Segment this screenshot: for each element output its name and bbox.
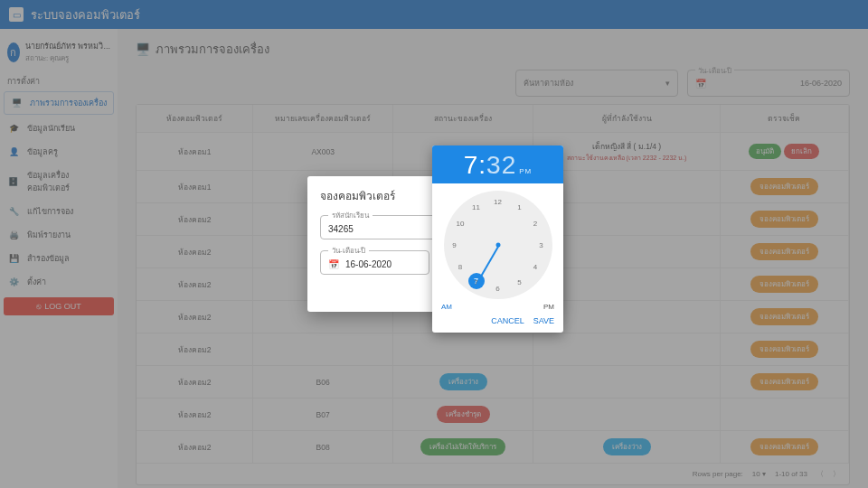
calendar-icon	[328, 259, 342, 269]
clock-number[interactable]: 12	[491, 194, 505, 209]
clock-number[interactable]: 9	[448, 238, 462, 252]
clock-number[interactable]: 1	[513, 200, 527, 214]
clock-number[interactable]: 8	[453, 259, 467, 274]
time-picker: 7:32PM 7 121234567891011 AM PM CANCEL SA…	[432, 145, 563, 333]
clock-number[interactable]: 11	[469, 200, 484, 214]
field-value: 34265	[328, 224, 354, 234]
am-button[interactable]: AM	[441, 303, 452, 311]
clock-number[interactable]: 3	[534, 238, 549, 252]
field-label: รหัสนักเรียน	[328, 210, 373, 221]
field-value: 16-06-2020	[345, 259, 392, 269]
picker-save-button[interactable]: SAVE	[533, 316, 554, 325]
time-picker-header: 7:32PM	[432, 145, 563, 183]
field-label: วัน-เดือน-ปี	[328, 245, 369, 257]
clock-number[interactable]: 10	[453, 216, 467, 230]
picker-period: PM	[519, 167, 532, 175]
clock-face[interactable]: 7 121234567891011	[444, 191, 552, 299]
modal-date-field[interactable]: วัน-เดือน-ปี 16-06-2020	[320, 250, 429, 275]
clock-number[interactable]: 4	[528, 259, 542, 274]
picker-cancel-button[interactable]: CANCEL	[491, 316, 524, 325]
clock-number[interactable]: 5	[513, 276, 527, 290]
picker-hour[interactable]: 7	[464, 151, 479, 179]
modal-overlay[interactable]: จองคอมพิวเตอร์ รหัสนักเรียน 34265 วัน-เด…	[0, 0, 868, 488]
clock-number[interactable]: 2	[528, 216, 542, 230]
picker-minute[interactable]: 32	[486, 151, 516, 179]
pm-button[interactable]: PM	[543, 303, 554, 311]
clock-number[interactable]: 7	[469, 276, 484, 290]
reserve-modal: จองคอมพิวเตอร์ รหัสนักเรียน 34265 วัน-เด…	[307, 176, 561, 312]
clock-number[interactable]: 6	[491, 281, 505, 296]
